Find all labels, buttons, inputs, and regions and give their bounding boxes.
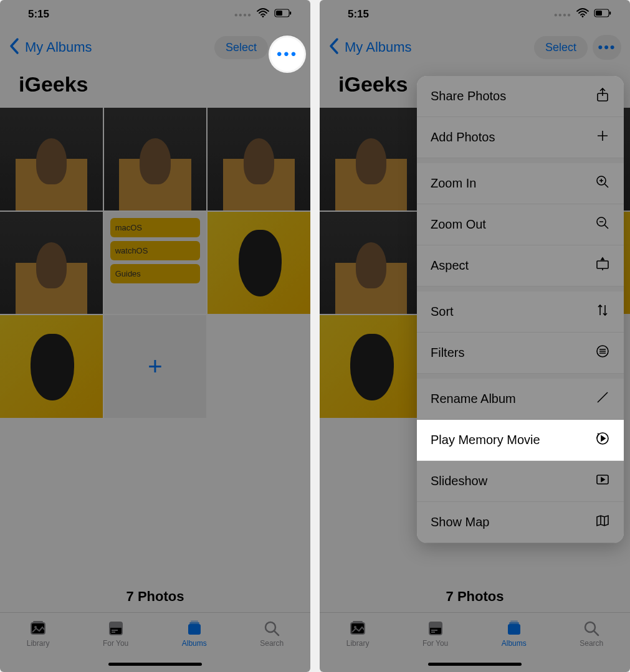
menu-share-photos[interactable]: Share Photos <box>417 76 624 117</box>
slideshow-icon <box>595 472 610 490</box>
photo-count: 7 Photos <box>0 574 310 612</box>
nav-bar: My Albums Select ••• <box>0 29 310 66</box>
home-indicator[interactable] <box>108 663 202 666</box>
photo-thumb[interactable] <box>320 315 422 418</box>
ellipsis-icon: ••• <box>598 39 616 55</box>
filters-icon <box>595 344 610 362</box>
tab-label: Search <box>260 639 284 648</box>
photo-thumb[interactable] <box>208 212 310 315</box>
more-button[interactable]: ••• <box>593 35 621 60</box>
svg-rect-24 <box>429 622 442 628</box>
menu-separator <box>417 158 624 163</box>
tab-label: For You <box>422 639 448 648</box>
home-indicator[interactable] <box>428 663 522 666</box>
tab-albums[interactable]: Albums <box>502 619 527 648</box>
menu-slideshow[interactable]: Slideshow <box>417 461 624 502</box>
svg-rect-18 <box>596 11 602 16</box>
svg-rect-26 <box>431 632 435 633</box>
plus-icon: + <box>148 353 162 381</box>
tab-bar: Library For You Albums Search <box>0 612 310 672</box>
wifi-icon <box>257 8 269 21</box>
menu-filters[interactable]: Filters <box>417 333 624 374</box>
menu-label: Filters <box>431 346 464 360</box>
svg-rect-35 <box>597 261 608 268</box>
menu-label: Add Photos <box>431 130 495 144</box>
tab-label: Albums <box>502 639 527 648</box>
phone-right: 5:15 ●●●● My Albums Select ••• iGeeks ma… <box>320 0 630 672</box>
tab-label: Library <box>27 639 50 648</box>
share-icon <box>595 87 610 105</box>
add-photo-tile[interactable]: + <box>104 315 207 418</box>
photo-count: 7 Photos <box>320 574 630 612</box>
photo-thumb[interactable] <box>320 212 422 315</box>
back-title[interactable]: My Albums <box>345 39 529 55</box>
svg-rect-9 <box>112 630 118 631</box>
pencil-icon <box>595 390 610 408</box>
menu-aspect[interactable]: Aspect <box>417 245 624 286</box>
svg-rect-5 <box>33 621 43 623</box>
chip: macOS <box>110 218 201 237</box>
photo-thumb[interactable]: macOS watchOS Guides <box>104 212 207 315</box>
select-button[interactable]: Select <box>534 36 588 59</box>
tab-label: Library <box>346 639 370 648</box>
aspect-icon <box>595 257 610 275</box>
context-menu: Share Photos Add Photos Zoom In Zoom Out… <box>417 76 624 543</box>
svg-line-15 <box>274 631 279 635</box>
nav-bar: My Albums Select ••• <box>320 29 630 66</box>
back-chevron-icon[interactable] <box>328 37 340 57</box>
tab-foryou[interactable]: For You <box>422 619 448 648</box>
tab-foryou[interactable]: For You <box>103 619 128 648</box>
menu-rename-album[interactable]: Rename Album <box>417 379 624 420</box>
tab-search[interactable]: Search <box>260 619 284 648</box>
status-right: ●●●● <box>234 8 292 21</box>
menu-zoom-in[interactable]: Zoom In <box>417 163 624 204</box>
status-time: 5:15 <box>348 8 369 21</box>
svg-line-31 <box>594 631 598 635</box>
svg-rect-12 <box>189 622 199 624</box>
svg-rect-13 <box>191 621 198 622</box>
photo-thumb[interactable] <box>0 212 103 315</box>
tab-label: Search <box>580 639 603 648</box>
photo-thumb[interactable] <box>208 108 310 211</box>
menu-label: Zoom In <box>431 176 476 191</box>
tab-library[interactable]: Library <box>346 619 370 648</box>
menu-separator <box>417 374 624 379</box>
phone-left: 5:15 ●●●● My Albums Select ••• iGeeks ma… <box>0 0 310 672</box>
photo-thumb[interactable] <box>320 108 422 211</box>
zoom-in-icon <box>595 174 610 192</box>
svg-rect-3 <box>290 12 291 15</box>
status-right: ●●●● <box>554 8 611 21</box>
menu-show-map[interactable]: Show Map <box>417 502 624 543</box>
menu-label: Play Memory Movie <box>431 433 540 447</box>
menu-play-memory-movie[interactable]: Play Memory Movie <box>417 420 624 461</box>
chip: Guides <box>110 264 201 283</box>
menu-add-photos[interactable]: Add Photos <box>417 117 624 158</box>
photo-thumb[interactable] <box>0 108 103 211</box>
back-title[interactable]: My Albums <box>25 39 209 55</box>
select-button[interactable]: Select <box>214 36 268 59</box>
menu-label: Aspect <box>431 258 469 273</box>
svg-rect-21 <box>353 621 363 623</box>
svg-rect-8 <box>110 622 122 628</box>
menu-sort[interactable]: Sort <box>417 291 624 333</box>
tab-search[interactable]: Search <box>580 619 603 648</box>
battery-icon <box>274 8 292 21</box>
photo-thumb[interactable] <box>0 315 103 418</box>
menu-label: Show Map <box>431 515 490 529</box>
menu-zoom-out[interactable]: Zoom Out <box>417 204 624 245</box>
svg-rect-11 <box>188 624 201 635</box>
tab-library[interactable]: Library <box>27 619 50 648</box>
svg-point-16 <box>582 16 584 17</box>
status-bar: 5:15 ●●●● <box>0 0 310 29</box>
cellular-dots-icon: ●●●● <box>234 11 252 18</box>
svg-rect-27 <box>508 624 520 635</box>
tab-albums[interactable]: Albums <box>182 619 207 648</box>
status-time: 5:15 <box>28 8 49 21</box>
svg-rect-25 <box>431 630 437 631</box>
zoom-out-icon <box>595 215 610 234</box>
more-button-highlight[interactable]: ••• <box>270 37 304 71</box>
back-chevron-icon[interactable] <box>9 37 20 57</box>
photo-thumb[interactable] <box>104 108 207 211</box>
wifi-icon <box>576 8 589 21</box>
sort-icon <box>595 303 610 321</box>
